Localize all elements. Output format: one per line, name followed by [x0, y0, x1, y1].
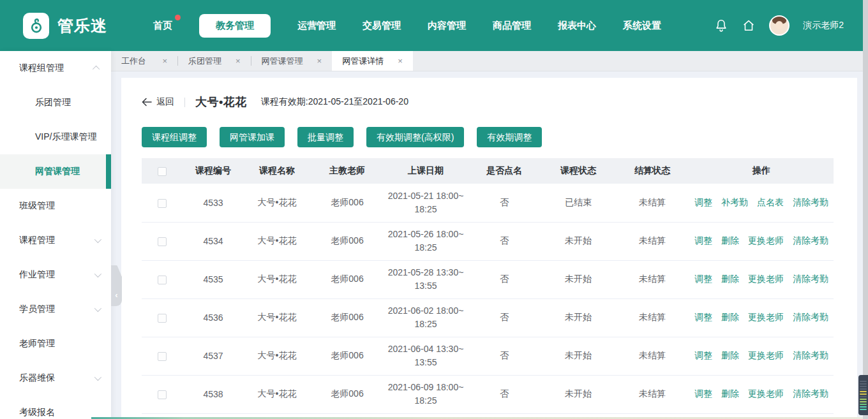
row-action-link-3[interactable]: 清除考勤 [793, 235, 828, 246]
back-button[interactable]: 返回 [142, 96, 174, 108]
sidebar-item-9[interactable]: 乐器维保 [0, 361, 111, 395]
row-action-link-3[interactable]: 清除考勤 [793, 388, 828, 399]
nav-item-4[interactable]: 内容管理 [428, 14, 466, 38]
sidebar-item-label: 作业管理 [19, 269, 94, 281]
cell-teacher: 老师006 [310, 184, 384, 222]
nav-item-0[interactable]: 首页 [153, 14, 172, 38]
row-action-link-0[interactable]: 调整 [694, 197, 712, 207]
toolbar-button-1[interactable]: 网管课加课 [220, 127, 285, 147]
cell-checkbox [142, 298, 183, 337]
row-action-link-3[interactable]: 清除考勤 [793, 312, 828, 322]
row-action-link-3[interactable]: 清除考勤 [793, 350, 828, 360]
row-action-link-0[interactable]: 调整 [694, 274, 712, 284]
scrollbar-minimap-widget[interactable] [858, 375, 868, 415]
row-action-link-3[interactable]: 清除考勤 [793, 197, 828, 207]
sidebar-item-6[interactable]: 作业管理 [0, 258, 111, 292]
tab-2[interactable]: 网管课管理× [251, 51, 333, 71]
user-name[interactable]: 演示老师2 [803, 20, 844, 31]
tab-close-icon[interactable]: × [236, 57, 241, 65]
course-table: 课程编号课程名称主教老师上课日期是否点名课程状态结算状态操作 4533大号•花花… [142, 158, 834, 414]
table-row: 4536大号•花花老师0062021-06-02 18:00~18:25否未开始… [142, 298, 834, 337]
notification-dot [175, 15, 181, 20]
row-action-link-2[interactable]: 更换老师 [748, 235, 784, 246]
tab-close-icon[interactable]: × [398, 57, 403, 65]
row-action-link-2[interactable]: 更换老师 [748, 350, 784, 360]
nav-item-3[interactable]: 交易管理 [363, 14, 401, 38]
sidebar-item-0[interactable]: 课程组管理 [0, 51, 111, 85]
toolbar-button-2[interactable]: 批量调整 [297, 127, 354, 147]
row-action-link-2[interactable]: 更换老师 [748, 274, 784, 284]
course-title: 大号•花花 [195, 94, 247, 110]
home-icon[interactable] [742, 18, 756, 33]
cell-settlement: 未结算 [615, 375, 689, 413]
cell-date: 2021-05-28 13:30~13:55 [384, 260, 467, 298]
date-text: 2021-05-21 18:00~18:25 [387, 189, 465, 216]
tab-1[interactable]: 乐团管理× [178, 51, 251, 71]
select-all-checkbox[interactable] [158, 167, 167, 176]
table-row: 4535大号•花花老师0062021-05-28 13:30~13:55否未开始… [142, 260, 834, 298]
row-checkbox[interactable] [158, 314, 167, 323]
sidebar-item-label: 网管课管理 [35, 166, 100, 177]
nav-item-1[interactable]: 教务管理 [199, 14, 271, 38]
sidebar-item-7[interactable]: 学员管理 [0, 292, 111, 327]
sidebar-item-label: 班级管理 [19, 200, 100, 212]
user-avatar[interactable] [769, 15, 789, 36]
tab-close-icon[interactable]: × [162, 57, 167, 65]
row-action-link-1[interactable]: 补考勤 [721, 197, 748, 207]
cell-course-id: 4534 [183, 222, 244, 260]
nav-item-5[interactable]: 商品管理 [493, 14, 531, 38]
sidebar-item-10[interactable]: 考级报名 [0, 395, 111, 419]
table-row: 4534大号•花花老师0062021-05-26 18:00~18:25否未开始… [142, 222, 834, 260]
row-action-link-2[interactable]: 点名表 [757, 197, 784, 207]
row-action-link-1[interactable]: 删除 [721, 235, 739, 246]
row-action-link-2[interactable]: 更换老师 [748, 388, 784, 399]
row-action-link-0[interactable]: 调整 [694, 388, 712, 399]
sidebar-item-3[interactable]: 网管课管理 [0, 154, 111, 189]
minimap-stripe [860, 391, 867, 392]
column-header-4: 是否点名 [467, 158, 541, 184]
sidebar-item-8[interactable]: 老师管理 [0, 327, 111, 361]
page-scrollbar[interactable] [863, 0, 868, 419]
row-action-link-1[interactable]: 删除 [721, 388, 739, 399]
row-action-link-0[interactable]: 调整 [694, 235, 712, 246]
bell-icon[interactable] [714, 18, 728, 33]
toolbar-button-0[interactable]: 课程组调整 [142, 127, 207, 147]
nav-item-6[interactable]: 报表中心 [558, 14, 596, 38]
nav-item-7[interactable]: 系统设置 [623, 14, 661, 38]
row-checkbox[interactable] [158, 199, 167, 208]
brand[interactable]: 管乐迷 [23, 13, 137, 39]
sidebar-item-5[interactable]: 课程管理 [0, 223, 111, 258]
row-action-link-3[interactable]: 清除考勤 [793, 274, 828, 284]
tab-0[interactable]: 工作台× [111, 51, 177, 71]
row-action-link-1[interactable]: 删除 [721, 274, 739, 284]
row-action-link-0[interactable]: 调整 [694, 312, 712, 322]
toolbar-button-4[interactable]: 有效期调整 [477, 127, 542, 147]
row-checkbox[interactable] [158, 352, 167, 361]
row-action-link-2[interactable]: 更换老师 [748, 312, 784, 322]
minimap-stripe [860, 396, 867, 397]
chevron-down-icon [94, 305, 101, 312]
row-checkbox[interactable] [158, 237, 167, 246]
cell-rollcall: 否 [467, 337, 541, 375]
cell-course-id: 4538 [183, 375, 244, 413]
tab-3[interactable]: 网管课详情× [332, 51, 413, 71]
cell-actions: 调整删除更换老师清除考勤 [689, 260, 834, 298]
main-nav: 首页教务管理运营管理交易管理内容管理商品管理报表中心系统设置 [153, 14, 714, 38]
sidebar-item-1[interactable]: 乐团管理 [0, 85, 111, 120]
row-action-link-0[interactable]: 调整 [694, 350, 712, 360]
content-area: 返回 大号•花花 课程有效期:2021-05-21至2021-06-20 课程组… [111, 71, 868, 419]
nav-item-2[interactable]: 运营管理 [297, 14, 336, 38]
row-checkbox[interactable] [158, 276, 167, 284]
row-action-link-1[interactable]: 删除 [721, 350, 739, 360]
row-action-link-1[interactable]: 删除 [721, 312, 739, 322]
cell-status: 未开始 [541, 260, 615, 298]
row-checkbox[interactable] [158, 390, 167, 399]
sidebar-item-2[interactable]: VIP/乐理课管理 [0, 120, 111, 154]
cell-actions: 调整删除更换老师清除考勤 [689, 222, 834, 260]
toolbar-button-3[interactable]: 有效期调整(高权限) [366, 127, 464, 147]
cell-actions: 调整删除更换老师清除考勤 [689, 298, 834, 337]
sidebar: 课程组管理乐团管理VIP/乐理课管理网管课管理班级管理课程管理作业管理学员管理老… [0, 51, 111, 419]
sidebar-item-label: 学员管理 [19, 304, 94, 315]
sidebar-item-4[interactable]: 班级管理 [0, 189, 111, 223]
tab-close-icon[interactable]: × [317, 57, 322, 65]
